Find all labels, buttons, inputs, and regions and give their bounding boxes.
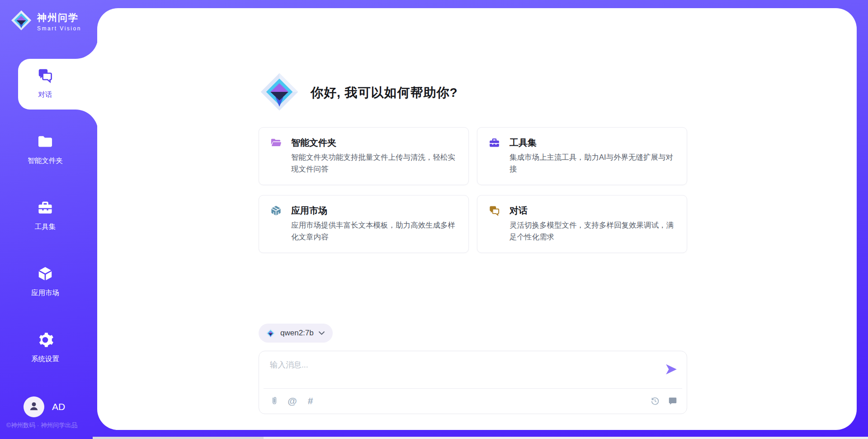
- user-profile[interactable]: AD: [24, 396, 65, 417]
- message-input[interactable]: [270, 359, 659, 383]
- card-description: 应用市场提供丰富长文本模板，助力高效生成多样化文章内容: [291, 220, 458, 243]
- model-selector[interactable]: qwen2:7b: [259, 324, 333, 343]
- sidebar-item-smart-folder[interactable]: 智能文件夹: [0, 133, 90, 166]
- send-icon[interactable]: [665, 363, 678, 376]
- toolbox-icon: [37, 199, 54, 218]
- card-toolset[interactable]: 工具集 集成市场上主流工具，助力AI与外界无缝扩展与对接: [477, 127, 687, 185]
- chat-bubbles-icon: [37, 67, 54, 86]
- message-composer: @ #: [259, 351, 687, 414]
- sidebar-item-label: 系统设置: [31, 354, 59, 364]
- avatar: [24, 396, 44, 417]
- sidebar-item-app-market[interactable]: 应用市场: [0, 265, 90, 298]
- sidebar-item-chat[interactable]: 对话: [0, 67, 90, 100]
- scrollbar-thumb[interactable]: [93, 437, 264, 439]
- card-description: 灵活切换多模型文件，支持多样回复效果调试，满足个性化需求: [509, 220, 677, 243]
- brand-name: 神州问学: [37, 11, 81, 24]
- folder-icon: [37, 133, 54, 152]
- person-icon: [28, 400, 40, 414]
- brand-subtitle: Smart Vision: [37, 25, 81, 32]
- assistant-diamond-icon: [260, 72, 299, 113]
- card-title: 智能文件夹: [291, 136, 458, 149]
- sidebar-nav: 对话 智能文件夹 工具集: [0, 67, 90, 397]
- brand-logo: 神州问学 Smart Vision: [11, 10, 81, 33]
- sidebar-item-label: 智能文件夹: [28, 156, 63, 166]
- card-description: 智能文件夹功能支持批量文件上传与清洗，轻松实现文件问答: [291, 152, 458, 175]
- history-icon[interactable]: [650, 396, 660, 406]
- greeting-text: 你好, 我可以如何帮助你?: [311, 84, 458, 101]
- hash-icon[interactable]: #: [305, 396, 316, 406]
- sidebar-item-settings[interactable]: 系统设置: [0, 331, 90, 364]
- feature-cards: 智能文件夹 智能文件夹功能支持批量文件上传与清洗，轻松实现文件问答 工具集 集成…: [259, 127, 687, 253]
- user-name: AD: [52, 401, 65, 412]
- cube-icon: [37, 265, 54, 284]
- model-diamond-icon: [266, 329, 275, 338]
- chevron-down-icon: [319, 331, 325, 335]
- composer-divider: [264, 388, 682, 389]
- sidebar-footer-text: ©神州数码 · 神州问学出品: [6, 421, 77, 429]
- model-name: qwen2:7b: [280, 329, 314, 338]
- comment-icon[interactable]: [667, 396, 678, 406]
- card-title: 对话: [509, 204, 677, 217]
- sidebar-item-label: 工具集: [35, 222, 56, 232]
- sidebar-item-label: 对话: [38, 90, 52, 100]
- brand-diamond-icon: [11, 10, 32, 33]
- card-description: 集成市场上主流工具，助力AI与外界无缝扩展与对接: [509, 152, 677, 175]
- toolbox-icon: [488, 137, 500, 149]
- chat-bubbles-icon: [488, 205, 500, 217]
- card-title: 工具集: [509, 136, 677, 149]
- sidebar: 神州问学 Smart Vision 对话 智能文件夹: [0, 0, 97, 439]
- cube-grid-icon: [270, 205, 282, 217]
- folder-open-icon: [270, 137, 282, 149]
- horizontal-scrollbar[interactable]: [93, 437, 868, 439]
- main-panel: 你好, 我可以如何帮助你? 智能文件夹 智能文件夹功能支持批量文件上传与清洗，轻…: [97, 8, 857, 430]
- sidebar-item-label: 应用市场: [31, 288, 59, 298]
- sidebar-item-toolset[interactable]: 工具集: [0, 199, 90, 232]
- greeting-block: 你好, 我可以如何帮助你?: [260, 72, 687, 113]
- card-app-market[interactable]: 应用市场 应用市场提供丰富长文本模板，助力高效生成多样化文章内容: [259, 195, 469, 253]
- card-smart-folder[interactable]: 智能文件夹 智能文件夹功能支持批量文件上传与清洗，轻松实现文件问答: [259, 127, 469, 185]
- at-icon[interactable]: @: [287, 396, 297, 406]
- paperclip-icon[interactable]: [269, 396, 279, 406]
- gear-icon: [37, 331, 54, 350]
- card-chat[interactable]: 对话 灵活切换多模型文件，支持多样回复效果调试，满足个性化需求: [477, 195, 687, 253]
- card-title: 应用市场: [291, 204, 458, 217]
